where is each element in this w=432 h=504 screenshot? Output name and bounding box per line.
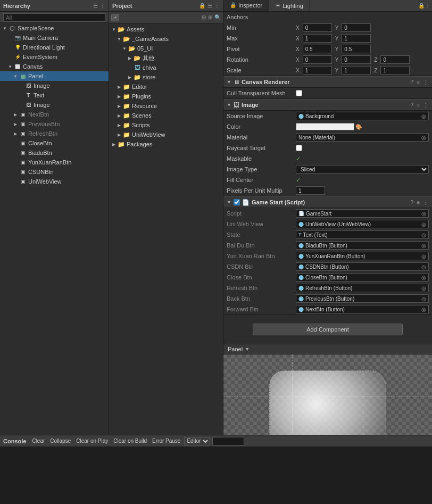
project-item-05ui[interactable]: ▼ 📂 05_UI bbox=[109, 44, 223, 53]
console-error-pause-button[interactable]: Error Pause bbox=[151, 437, 182, 444]
material-target-icon[interactable]: ◎ bbox=[421, 135, 426, 141]
image-section-toggle[interactable]: ▼ bbox=[227, 102, 231, 108]
csdn-target-icon[interactable]: ◎ bbox=[421, 264, 426, 270]
color-box[interactable] bbox=[296, 123, 354, 130]
state-target-icon[interactable]: ◎ bbox=[421, 232, 426, 238]
refresh-target-icon[interactable]: ◎ bbox=[421, 285, 426, 291]
color-picker-icon[interactable]: 🎨 bbox=[355, 124, 362, 130]
hierarchy-item-directionallight[interactable]: Directional Light bbox=[0, 43, 109, 52]
hierarchy-item-samplescene[interactable]: ▼ ⬡ SampleScene bbox=[0, 23, 109, 33]
project-item-gameassets[interactable]: ▼ 📂 _GameAssets bbox=[109, 34, 223, 44]
hierarchy-item-image2[interactable]: Image bbox=[0, 100, 109, 110]
cull-checkbox[interactable] bbox=[296, 90, 302, 96]
state-field[interactable]: T Text (Text) ◎ bbox=[296, 230, 429, 239]
scale-y-input[interactable] bbox=[342, 66, 371, 75]
canvas-renderer-toggle[interactable]: ▼ bbox=[227, 79, 231, 85]
material-field[interactable]: None (Material) ◎ bbox=[296, 133, 429, 142]
inspector-lock-icon[interactable]: 🔒 bbox=[418, 3, 425, 9]
inspector-more-icon[interactable]: ⋮ bbox=[425, 3, 430, 9]
forward-target-icon[interactable]: ◎ bbox=[421, 307, 426, 312]
panel-preview-arrow[interactable]: ▼ bbox=[245, 346, 250, 352]
hierarchy-item-maincamera[interactable]: Main Camera bbox=[0, 33, 109, 43]
anchors-max-y-input[interactable] bbox=[342, 34, 371, 43]
project-item-store[interactable]: ▶ 📁 store bbox=[109, 72, 223, 82]
pixels-input[interactable] bbox=[296, 186, 325, 195]
rotation-x-input[interactable] bbox=[303, 55, 332, 64]
hierarchy-menu-icon[interactable]: ☰ bbox=[93, 3, 98, 9]
tab-inspector[interactable]: 🔒 Inspector bbox=[223, 0, 269, 11]
uni-web-field[interactable]: ⬤ UniWebView (UniWebView) ◎ bbox=[296, 220, 429, 228]
hierarchy-item-csdnbtn[interactable]: CSDNBtn bbox=[0, 167, 109, 177]
rotation-y-input[interactable] bbox=[342, 55, 371, 64]
back-field[interactable]: ⬤ PreviousBtn (Button) ◎ bbox=[296, 294, 429, 303]
console-editor-dropdown[interactable]: Editor bbox=[184, 437, 210, 445]
project-item-plugins[interactable]: ▶ 📁 Plugins bbox=[109, 92, 223, 101]
scale-z-input[interactable] bbox=[380, 66, 410, 75]
add-component-button[interactable]: Add Component bbox=[253, 324, 403, 335]
project-more-icon[interactable]: ⋮ bbox=[214, 3, 220, 9]
canvas-renderer-more-icon[interactable]: ⋮ bbox=[422, 79, 429, 86]
project-grid-icon[interactable]: ⊞ bbox=[208, 14, 212, 20]
canvas-renderer-help-icon[interactable]: ? bbox=[410, 79, 414, 86]
refresh-field[interactable]: ⬤ RefreshBtn (Button) ◎ bbox=[296, 284, 429, 292]
image-settings-icon[interactable]: ≡ bbox=[416, 102, 420, 109]
hierarchy-item-refreshbtn[interactable]: ▶ RefreshBtn bbox=[0, 129, 109, 138]
console-collapse-button[interactable]: Collapse bbox=[48, 437, 72, 444]
game-start-settings-icon[interactable]: ≡ bbox=[416, 199, 420, 206]
image-help-icon[interactable]: ? bbox=[410, 102, 414, 109]
hierarchy-search-input[interactable] bbox=[3, 13, 105, 22]
project-view-toggle[interactable]: ⊟ bbox=[202, 14, 206, 20]
close-target-icon[interactable]: ◎ bbox=[421, 275, 426, 280]
forward-field[interactable]: ⬤ NextBtn (Button) ◎ bbox=[296, 305, 429, 313]
script-field[interactable]: 📄 GameStart ◎ bbox=[296, 209, 429, 218]
canvas-renderer-settings-icon[interactable]: ≡ bbox=[416, 79, 420, 86]
hierarchy-item-eventsystem[interactable]: EventSystem bbox=[0, 52, 109, 62]
source-image-target-icon[interactable]: ◎ bbox=[421, 113, 426, 119]
hierarchy-item-previousbtn[interactable]: ▶ PreviousBtn bbox=[0, 119, 109, 129]
game-start-enable-checkbox[interactable] bbox=[234, 199, 240, 205]
project-item-qita[interactable]: ▶ 📂 其他 bbox=[109, 53, 223, 63]
hierarchy-more-icon[interactable]: ⋮ bbox=[100, 3, 105, 9]
hierarchy-item-yunxuaranbtn[interactable]: YunXuanRanBtn bbox=[0, 158, 109, 167]
project-item-packages[interactable]: ▶ 📁 Packages bbox=[109, 139, 223, 149]
rotation-z-input[interactable] bbox=[380, 55, 410, 64]
uni-web-target-icon[interactable]: ◎ bbox=[421, 221, 426, 227]
image-more-icon[interactable]: ⋮ bbox=[422, 102, 429, 109]
project-lock-icon[interactable]: 🔒 bbox=[199, 3, 205, 9]
anchors-max-x-input[interactable] bbox=[303, 34, 332, 43]
console-clear-build-button[interactable]: Clear on Build bbox=[112, 437, 148, 444]
hierarchy-item-closebtn[interactable]: CloseBtn bbox=[0, 138, 109, 148]
project-item-scripts[interactable]: ▶ 📁 Scripts bbox=[109, 120, 223, 130]
back-target-icon[interactable]: ◎ bbox=[421, 296, 426, 302]
project-item-editor[interactable]: ▶ 📁 Editor bbox=[109, 82, 223, 92]
console-clear-play-button[interactable]: Clear on Play bbox=[74, 437, 110, 444]
game-start-toggle[interactable]: ▼ bbox=[227, 200, 231, 205]
project-item-assets[interactable]: ▼ 📂 Assets bbox=[109, 24, 223, 34]
hierarchy-item-nextbtn[interactable]: ▶ NextBtn bbox=[0, 110, 109, 119]
project-item-uniwebview[interactable]: ▶ 📁 UniWebView bbox=[109, 130, 223, 139]
baidu-target-icon[interactable]: ◎ bbox=[421, 243, 426, 249]
hierarchy-item-uniwebview[interactable]: UniWebView bbox=[0, 177, 109, 186]
hierarchy-item-biadubtn[interactable]: BiaduBtn bbox=[0, 148, 109, 158]
yunxuan-field[interactable]: ⬤ YunXuanRanBtn (Button) ◎ bbox=[296, 252, 429, 260]
tab-lighting[interactable]: ☀ Lighting bbox=[269, 0, 310, 11]
console-search-input[interactable] bbox=[212, 437, 244, 445]
anchors-min-x-input[interactable] bbox=[303, 23, 332, 32]
csdn-field[interactable]: ⬤ CSDNBtn (Button) ◎ bbox=[296, 262, 429, 271]
scale-x-input[interactable] bbox=[303, 66, 332, 75]
script-target-icon[interactable]: ◎ bbox=[421, 211, 426, 217]
image-type-dropdown[interactable]: Sliced bbox=[296, 165, 429, 173]
console-clear-button[interactable]: Clear bbox=[30, 437, 46, 444]
pivot-x-input[interactable] bbox=[303, 45, 332, 53]
project-search-icon[interactable]: 🔍 bbox=[214, 14, 221, 20]
baidu-field[interactable]: ⬤ BiaduBtn (Button) ◎ bbox=[296, 241, 429, 250]
pivot-y-input[interactable] bbox=[342, 45, 371, 53]
project-menu-icon[interactable]: ☰ bbox=[207, 3, 212, 9]
hierarchy-item-text[interactable]: Text bbox=[0, 90, 109, 100]
project-add-button[interactable]: + bbox=[111, 14, 119, 21]
close-field[interactable]: ⬤ CloseBtn (Button) ◎ bbox=[296, 273, 429, 282]
project-item-resource[interactable]: ▶ 📁 Resource bbox=[109, 101, 223, 111]
hierarchy-item-panel[interactable]: ▼ Panel bbox=[0, 71, 109, 81]
source-image-field[interactable]: ⬤ Background ◎ bbox=[296, 112, 429, 120]
anchors-min-y-input[interactable] bbox=[342, 23, 371, 32]
